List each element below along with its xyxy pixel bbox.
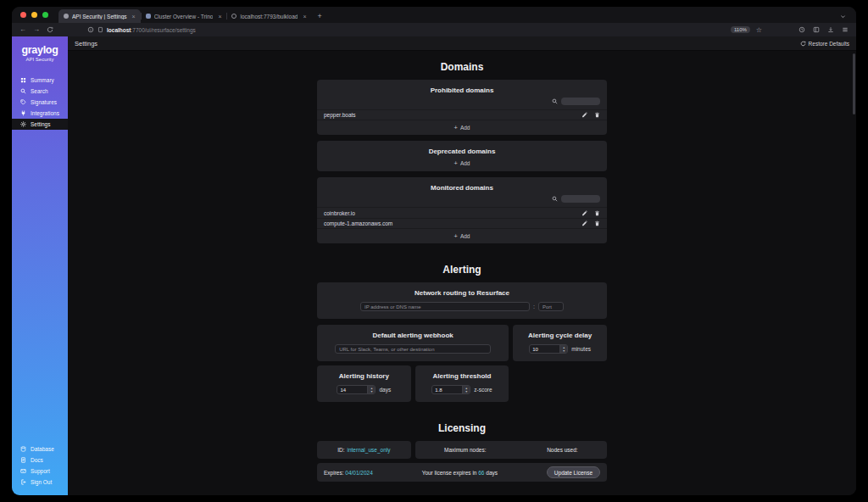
delete-trash-icon[interactable] — [594, 112, 600, 118]
update-license-button[interactable]: Update License — [547, 466, 600, 478]
url-path: :7700/ui/resurface/settings — [131, 27, 196, 33]
tab-overflow-chevron-icon[interactable] — [840, 14, 846, 23]
webhook-url-input[interactable] — [335, 344, 491, 354]
sidebar-item-sign-out[interactable]: Sign Out — [12, 477, 68, 488]
sidebar: graylog API Security Summary Search — [12, 36, 68, 495]
close-tab-icon[interactable]: × — [132, 14, 136, 20]
settings-content: Domains Prohibited domains pepper — [68, 51, 856, 495]
tab-title: API Security | Settings — [72, 14, 127, 20]
sidebar-item-summary[interactable]: Summary — [12, 75, 68, 86]
back-button[interactable]: ← — [19, 26, 26, 33]
browser-menu-icon[interactable] — [842, 26, 849, 33]
close-window-button[interactable] — [20, 12, 26, 18]
history-value: 14 — [337, 386, 367, 393]
history-input[interactable]: 14 ▴ ▾ — [337, 385, 376, 394]
reading-list-icon[interactable] — [813, 26, 820, 33]
domain-name: coinbroker.io — [324, 210, 355, 216]
stepper-down-icon[interactable]: ▾ — [465, 390, 467, 393]
alerting-threshold-card: Alerting threshold 1.8 ▴ ▾ z-score — [415, 365, 509, 402]
tab-localhost[interactable]: localhost:7793/bulkload × — [226, 9, 311, 23]
add-domain-button[interactable]: + Add — [317, 155, 607, 171]
domain-name: compute-1.amazonaws.com — [324, 220, 392, 226]
extensions-icon[interactable] — [798, 26, 805, 33]
tab-api-security-settings[interactable]: API Security | Settings × — [58, 9, 141, 23]
forward-button[interactable]: → — [33, 26, 40, 33]
expires-label: Expires: — [324, 470, 343, 476]
sidebar-item-support[interactable]: Support — [12, 466, 68, 477]
sidebar-footer-nav: Database Docs Support — [12, 443, 68, 488]
add-domain-button[interactable]: + Add — [317, 120, 607, 135]
threshold-value: 1.8 — [432, 386, 462, 393]
edit-pencil-icon[interactable] — [581, 112, 587, 118]
domain-row: pepper.boats — [317, 109, 607, 120]
tab-title: Cluster Overview - Trino — [154, 14, 214, 20]
tab-cluster-overview[interactable]: Cluster Overview - Trino × — [141, 9, 227, 23]
card-title: Prohibited domains — [317, 80, 607, 94]
alerting-heading: Alerting — [317, 264, 607, 276]
webhook-card: Default alerting webhook — [317, 325, 509, 361]
number-stepper[interactable]: ▴ ▾ — [367, 386, 375, 393]
expiry-message-post: days — [486, 470, 498, 476]
site-info-icon[interactable] — [87, 26, 94, 33]
edit-pencil-icon[interactable] — [581, 210, 587, 216]
database-icon — [19, 446, 26, 452]
add-domain-button[interactable]: + Add — [317, 229, 607, 243]
license-id-value: internal_use_only — [348, 447, 391, 453]
number-stepper[interactable]: ▴ ▾ — [559, 345, 567, 353]
sidebar-item-search[interactable]: Search — [12, 86, 68, 97]
restore-defaults-button[interactable]: Restore Defaults — [800, 41, 849, 47]
stepper-down-icon[interactable]: ▾ — [370, 390, 372, 393]
browser-toolbar: ← → localhost:7700/ui/resurface/settings… — [12, 23, 856, 36]
close-tab-icon[interactable]: × — [303, 14, 306, 20]
sidebar-nav: Summary Search Signatures — [12, 75, 68, 130]
network-routing-card: Network routing to Resurface : — [317, 282, 607, 319]
sidebar-item-integrations[interactable]: Integrations — [12, 108, 68, 119]
stepper-down-icon[interactable]: ▾ — [563, 349, 565, 353]
unit-label: z-score — [474, 387, 492, 393]
monitored-domains-search-input[interactable] — [561, 195, 600, 203]
trino-favicon-icon — [146, 14, 151, 19]
bookmark-star-icon[interactable]: ☆ — [756, 26, 762, 34]
downloads-icon[interactable] — [827, 26, 834, 33]
add-label: Add — [460, 160, 470, 166]
restore-icon — [800, 41, 806, 47]
envelope-icon — [19, 468, 26, 474]
deprecated-domains-card: Deprecated domains + Add — [317, 141, 607, 171]
scrollbar-thumb[interactable] — [853, 53, 855, 114]
sidebar-item-settings[interactable]: Settings — [12, 119, 68, 130]
page-title: Settings — [75, 40, 97, 47]
port-input[interactable] — [538, 302, 564, 311]
new-tab-button[interactable]: + — [318, 12, 322, 23]
expires-date: 04/01/2024 — [345, 470, 373, 476]
zoom-level-badge[interactable]: 110% — [731, 26, 750, 33]
sidebar-item-docs[interactable]: Docs — [12, 455, 68, 466]
plus-icon: + — [454, 232, 458, 240]
delete-trash-icon[interactable] — [594, 210, 600, 216]
address-bar[interactable]: localhost:7700/ui/resurface/settings — [87, 26, 196, 33]
sidebar-item-database[interactable]: Database — [12, 443, 68, 455]
edit-pencil-icon[interactable] — [581, 220, 587, 226]
domain-name: pepper.boats — [324, 112, 356, 118]
delete-trash-icon[interactable] — [594, 220, 600, 226]
minimize-window-button[interactable] — [31, 12, 37, 18]
card-title: Alerting history — [317, 365, 411, 380]
sign-out-icon — [19, 479, 26, 485]
expiry-message-pre: Your license expires in — [422, 470, 477, 476]
domain-row: compute-1.amazonaws.com — [317, 218, 607, 229]
prohibited-domains-search-input[interactable] — [561, 98, 600, 105]
graylog-logo: graylog API Security — [12, 36, 68, 62]
ip-address-input[interactable] — [360, 302, 530, 311]
logo-subtitle: API Security — [12, 57, 68, 62]
sidebar-item-signatures[interactable]: Signatures — [12, 97, 68, 108]
window-controls — [20, 7, 48, 23]
search-icon — [552, 98, 558, 104]
sidebar-item-label: Summary — [31, 77, 54, 83]
cycle-delay-value: 10 — [530, 345, 559, 353]
number-stepper[interactable]: ▴ ▾ — [462, 386, 470, 393]
threshold-input[interactable]: 1.8 ▴ ▾ — [431, 385, 470, 394]
maximize-window-button[interactable] — [42, 12, 48, 18]
reload-button[interactable] — [47, 26, 53, 33]
cycle-delay-input[interactable]: 10 ▴ ▾ — [529, 344, 568, 354]
prohibited-domains-card: Prohibited domains pepper.boats — [317, 80, 607, 135]
close-tab-icon[interactable]: × — [218, 14, 221, 20]
